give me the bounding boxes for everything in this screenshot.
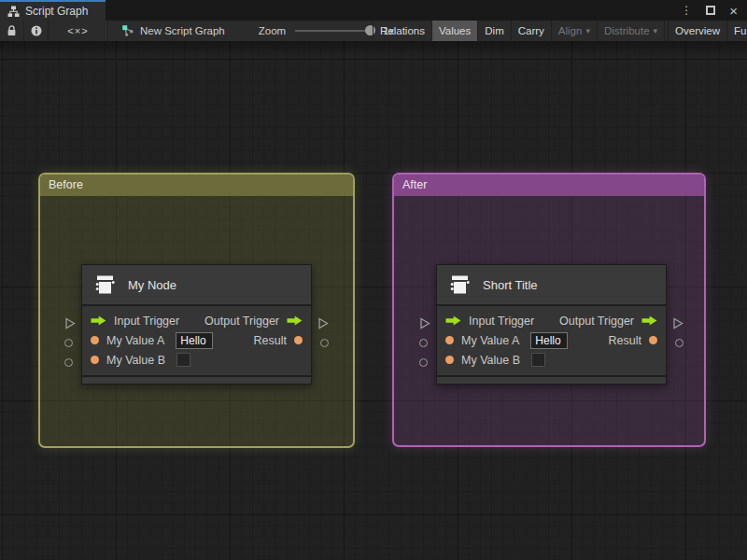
node-short-title-body: Input Trigger Output Trigger My Value A — [437, 306, 666, 373]
lock-icon — [7, 25, 17, 36]
value-b-label: My Value B — [106, 354, 165, 367]
input-trigger-label: Input Trigger — [469, 315, 534, 328]
input-trigger-label: Input Trigger — [114, 315, 179, 328]
group-before-title: Before — [49, 178, 83, 191]
ext-input-trigger-port[interactable] — [419, 316, 430, 333]
ext-result-port[interactable] — [320, 339, 329, 347]
value-a-input[interactable] — [176, 332, 213, 349]
node-my-node-header[interactable]: My Node — [82, 265, 311, 306]
output-trigger-port-icon[interactable] — [641, 315, 657, 326]
lock-button[interactable] — [0, 21, 24, 41]
value-b-input[interactable] — [531, 353, 545, 367]
values-button[interactable]: Values — [431, 21, 477, 41]
zoom-slider[interactable] — [295, 30, 374, 32]
output-trigger-label: Output Trigger — [559, 315, 634, 328]
tab-bar: Script Graph ⋮ × — [0, 0, 747, 21]
close-icon[interactable]: × — [729, 4, 738, 18]
relations-label: Relations — [380, 25, 425, 36]
ext-value-a-port[interactable] — [419, 339, 428, 347]
group-after-title: After — [402, 178, 427, 191]
chevron-down-icon: ▾ — [654, 26, 658, 35]
result-label: Result — [609, 334, 641, 347]
result-label: Result — [254, 334, 287, 347]
zoom-control: Zoom 1x — [234, 21, 395, 41]
value-b-port-icon[interactable] — [445, 356, 454, 364]
carry-button[interactable]: Carry — [511, 21, 551, 41]
value-a-label: My Value A — [461, 334, 519, 347]
value-a-port-icon[interactable] — [91, 336, 99, 344]
chevron-down-icon: ▾ — [585, 26, 590, 35]
node-my-node-footer — [82, 375, 311, 384]
angle-x-icon: <×> — [67, 25, 88, 36]
unit-node-icon — [93, 273, 118, 297]
distribute-label: Distribute — [604, 25, 650, 36]
align-label: Align — [558, 25, 583, 36]
node-my-node-body: Input Trigger Output Trigger My Value A — [82, 306, 311, 373]
output-trigger-port-icon[interactable] — [287, 315, 303, 326]
value-a-input[interactable] — [530, 332, 568, 349]
view-toggle-buttons: Relations Values Dim Carry Align ▾ Distr… — [373, 21, 747, 41]
result-port-icon[interactable] — [294, 336, 303, 344]
graph-asset-icon — [121, 24, 134, 37]
value-b-label: My Value B — [461, 354, 520, 367]
value-b-port-icon[interactable] — [91, 356, 99, 364]
dim-button[interactable]: Dim — [477, 21, 510, 41]
result-port-icon[interactable] — [649, 336, 657, 344]
align-dropdown[interactable]: Align ▾ — [551, 21, 597, 41]
tab-title: Script Graph — [25, 5, 88, 18]
node-my-node[interactable]: My Node Input Trigger Output Trigger — [81, 264, 312, 385]
zoom-label: Zoom — [259, 25, 286, 36]
ext-value-b-port[interactable] — [64, 358, 73, 367]
script-graph-window: Script Graph ⋮ × — [0, 0, 747, 560]
ext-result-port[interactable] — [675, 339, 684, 347]
ext-value-a-port[interactable] — [64, 339, 73, 347]
node-short-title-footer — [437, 375, 666, 384]
window-menu-icon[interactable]: ⋮ — [681, 5, 692, 16]
ext-input-trigger-port[interactable] — [64, 316, 76, 333]
info-icon — [31, 25, 42, 36]
group-before-header[interactable]: Before — [40, 175, 353, 196]
ext-output-trigger-port[interactable] — [317, 316, 329, 333]
unit-node-icon — [448, 273, 472, 297]
distribute-dropdown[interactable]: Distribute ▾ — [597, 21, 664, 41]
graph-toolbar: <×> New Script Graph Zoom 1x Relation — [0, 21, 747, 41]
output-trigger-label: Output Trigger — [204, 315, 279, 328]
full-screen-button[interactable]: Full Screen — [726, 21, 747, 41]
info-button[interactable] — [24, 21, 49, 41]
input-trigger-port-icon[interactable] — [445, 315, 461, 326]
overview-label: Overview — [675, 25, 720, 36]
ext-output-trigger-port[interactable] — [672, 316, 684, 333]
overview-button[interactable]: Overview — [668, 21, 726, 41]
full-screen-label: Full Screen — [734, 25, 747, 36]
value-a-label: My Value A — [106, 334, 164, 347]
dim-label: Dim — [485, 25, 503, 36]
new-script-graph-button[interactable]: New Script Graph — [108, 21, 234, 41]
input-trigger-port-icon[interactable] — [91, 315, 106, 326]
node-title: Short Title — [483, 278, 538, 292]
script-graph-icon — [7, 6, 20, 18]
angle-x-button[interactable]: <×> — [49, 21, 108, 41]
window-controls: ⋮ × — [681, 0, 747, 21]
values-label: Values — [439, 25, 471, 36]
group-after-header[interactable]: After — [394, 175, 704, 196]
ext-value-b-port[interactable] — [419, 358, 428, 367]
node-short-title-header[interactable]: Short Title — [437, 265, 666, 306]
carry-label: Carry — [518, 25, 544, 36]
relations-button[interactable]: Relations — [373, 21, 431, 41]
graph-canvas[interactable]: Before After My Nod — [0, 41, 747, 560]
maximize-icon[interactable] — [706, 6, 715, 15]
tab-script-graph[interactable]: Script Graph — [0, 0, 106, 21]
node-title: My Node — [128, 278, 176, 292]
new-script-graph-label: New Script Graph — [140, 25, 225, 36]
node-short-title[interactable]: Short Title Input Trigger Output Trigger — [436, 264, 667, 385]
value-a-port-icon[interactable] — [445, 336, 454, 344]
value-b-input[interactable] — [176, 353, 190, 367]
